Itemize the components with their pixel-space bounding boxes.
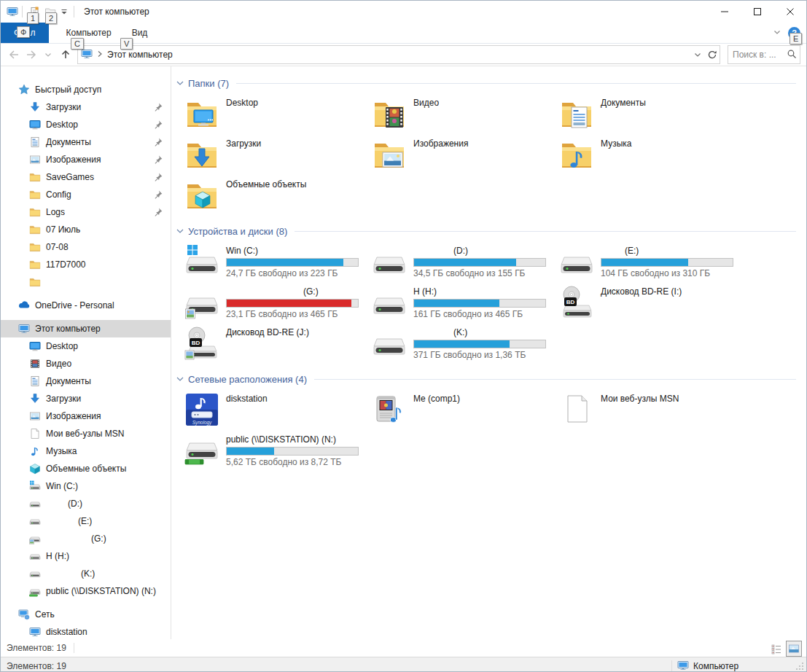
tile[interactable]: Музыка — [546, 136, 733, 176]
drive-win-icon — [29, 480, 41, 492]
group-header[interactable]: Сетевые расположения (4) — [176, 372, 796, 386]
sidebar-item[interactable]: Изображения — [1, 151, 171, 168]
tile[interactable]: BDДисковод BD-RE (I:) — [546, 284, 733, 324]
search-input[interactable] — [731, 49, 787, 60]
sidebar-section-2[interactable]: Этот компьютер — [1, 320, 171, 337]
back-button[interactable] — [7, 47, 21, 63]
address-bar[interactable]: Этот компьютер — [77, 45, 720, 64]
sidebar-item[interactable]: 07-08 — [1, 238, 171, 256]
music-icon — [29, 445, 41, 457]
tile[interactable]: public (\\DISKSTATION) (N:)5,62 ТБ свобо… — [171, 431, 359, 472]
sidebar-item[interactable]: (K:) — [1, 565, 171, 582]
sidebar-section-1[interactable]: OneDrive - Personal — [1, 297, 171, 314]
picture-icon — [29, 154, 41, 165]
sidebar-section-3[interactable]: Сеть — [1, 606, 171, 623]
tile[interactable]: Мои веб-узлы MSN — [546, 391, 733, 431]
forward-button[interactable] — [24, 47, 39, 63]
sidebar-item[interactable]: Загрузки — [1, 390, 171, 407]
sidebar-item-label: (G:) — [46, 534, 106, 544]
tile[interactable]: (K:)371 ГБ свободно из 1,36 ТБ — [359, 324, 546, 365]
tile[interactable]: Видео — [359, 95, 546, 136]
sidebar-item[interactable]: Мои веб-узлы MSN — [1, 425, 171, 442]
sidebar-item[interactable] — [1, 273, 171, 291]
minimize-button[interactable] — [708, 1, 741, 23]
tile[interactable]: (E:)104 ГБ свободно из 310 ГБ — [546, 243, 733, 284]
resize-grip-icon[interactable] — [795, 661, 805, 672]
tile-label: Дисковод BD-RE (J:) — [226, 327, 359, 338]
computer-icon — [29, 626, 41, 638]
drive-bd-lg-icon: BD — [559, 285, 594, 320]
sidebar-item-label: Музыка — [46, 446, 77, 456]
sidebar-item[interactable]: Объемные объекты — [1, 460, 171, 477]
video-icon — [29, 358, 41, 370]
breadcrumb[interactable]: Этот компьютер — [107, 50, 173, 60]
sidebar-item[interactable]: Видео — [1, 355, 171, 372]
sidebar-item[interactable]: Win (C:) — [1, 477, 171, 495]
sidebar-item-label: (D:) — [46, 499, 82, 509]
tile[interactable]: Synologydiskstation — [171, 391, 359, 431]
group-header[interactable]: Папки (7) — [176, 76, 796, 90]
sidebar-item[interactable]: (E:) — [1, 512, 171, 530]
sidebar-item-label: Документы — [46, 376, 91, 386]
sidebar-item[interactable]: Документы — [1, 133, 171, 151]
tile[interactable]: Загрузки — [171, 136, 359, 176]
sidebar-item[interactable]: H (H:) — [1, 547, 171, 565]
pin-icon — [153, 120, 163, 130]
drive-lg-icon — [372, 326, 407, 361]
tile-label: Me (comp1) — [413, 394, 546, 405]
sidebar-item[interactable]: Загрузки — [1, 98, 171, 116]
sidebar-item[interactable]: 117D7000 — [1, 256, 171, 273]
sidebar-item[interactable]: Изображения — [1, 407, 171, 425]
thumbnails-view-button[interactable] — [786, 641, 802, 657]
sidebar-section-0[interactable]: Быстрый доступ — [1, 81, 171, 98]
window-controls — [708, 1, 806, 23]
ribbon-collapse-icon[interactable] — [772, 27, 782, 39]
sidebar-item[interactable]: 07 Июль — [1, 221, 171, 238]
tile[interactable]: (G:)23,1 ГБ свободно из 465 ГБ — [171, 284, 359, 324]
tab-computer[interactable]: Компьютер — [56, 23, 122, 43]
sidebar-item[interactable]: Музыка — [1, 442, 171, 460]
sidebar-item[interactable]: Документы — [1, 372, 171, 390]
search-box[interactable] — [728, 45, 800, 64]
tile[interactable]: Desktop — [171, 95, 359, 136]
breadcrumb-chevron-icon[interactable] — [95, 49, 104, 61]
keytip-view: V — [120, 38, 133, 50]
sidebar-item[interactable]: Logs — [1, 203, 171, 221]
sidebar-item[interactable]: Desktop — [1, 337, 171, 355]
tile[interactable]: (D:)34,5 ГБ свободно из 155 ГБ — [359, 243, 546, 284]
folder-icon — [29, 189, 41, 200]
free-space-label: 371 ГБ свободно из 1,36 ТБ — [413, 350, 546, 360]
drive-icon — [29, 550, 41, 562]
group-header[interactable]: Устройства и диски (8) — [176, 224, 796, 238]
tile[interactable]: Объемные объекты — [171, 176, 359, 217]
folder-icon — [29, 276, 41, 288]
synology-lg-icon: Synology — [184, 392, 219, 427]
tile[interactable]: BDДисковод BD-RE (J:) — [171, 324, 359, 365]
sidebar-item-label: 07 Июль — [46, 224, 80, 235]
sidebar-item-label: 117D7000 — [46, 259, 86, 270]
sidebar-item[interactable]: Desktop — [1, 116, 171, 133]
svg-text:Synology: Synology — [192, 420, 212, 426]
sidebar-item[interactable]: SaveGames — [1, 168, 171, 186]
tile[interactable]: Документы — [546, 95, 733, 136]
computer-location[interactable]: Компьютер — [677, 657, 738, 672]
maximize-button[interactable] — [741, 1, 773, 23]
sidebar-item-label: Документы — [46, 137, 91, 147]
sidebar-item[interactable]: diskstation — [1, 623, 171, 639]
qat-customize-dropdown[interactable] — [58, 6, 70, 17]
tile[interactable]: Изображения — [359, 136, 546, 176]
sidebar-item[interactable]: (D:) — [1, 495, 171, 512]
tile[interactable]: Me (comp1) — [359, 391, 546, 431]
capacity-bar — [226, 299, 359, 308]
sidebar-item[interactable]: public (\\DISKSTATION) (N:) — [1, 582, 171, 600]
details-view-button[interactable] — [768, 641, 784, 657]
desktop-icon — [29, 340, 41, 352]
sidebar-item[interactable]: Config — [1, 186, 171, 203]
refresh-icon[interactable] — [705, 47, 720, 63]
tile[interactable]: H (H:)161 ГБ свободно из 465 ГБ — [359, 284, 546, 324]
address-dropdown-icon[interactable] — [690, 47, 705, 63]
sidebar-item[interactable]: (G:) — [1, 530, 171, 547]
close-button[interactable] — [773, 1, 806, 23]
tile[interactable]: Win (C:)24,7 ГБ свободно из 223 ГБ — [171, 243, 359, 284]
recent-locations-dropdown[interactable] — [42, 47, 56, 63]
